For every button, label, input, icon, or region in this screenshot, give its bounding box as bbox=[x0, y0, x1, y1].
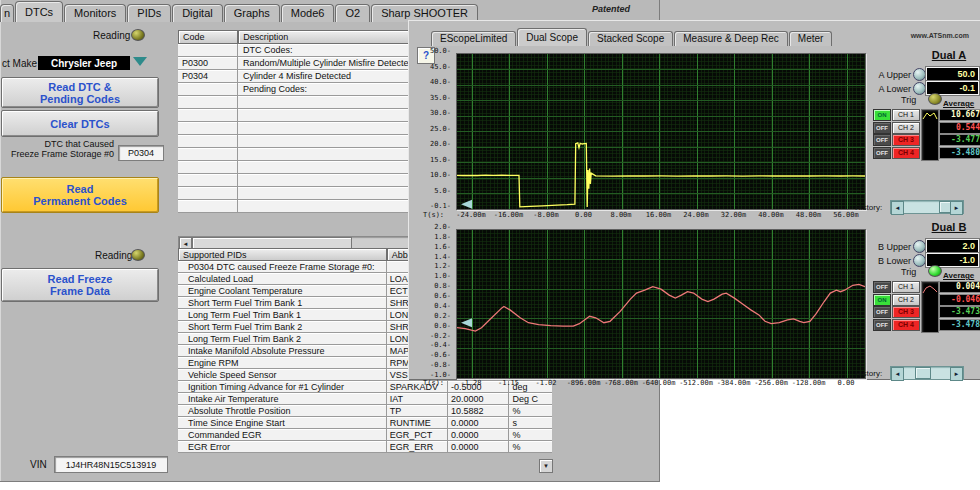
y-axis-tick-label: 0.8 bbox=[409, 282, 451, 290]
dual-a-title: Dual A bbox=[919, 49, 979, 61]
channel-average-2: -0.046 bbox=[939, 294, 980, 306]
make-label: ct Make bbox=[2, 58, 37, 69]
history-right-icon[interactable]: ► bbox=[950, 367, 963, 381]
scope-tab-dual-scope[interactable]: Dual Scope bbox=[517, 28, 587, 46]
a-lower-label: A Lower bbox=[849, 84, 911, 94]
pid-value-cell: 0.0000 bbox=[448, 441, 509, 452]
tab-mode6[interactable]: Mode6 bbox=[281, 4, 335, 22]
reading-led-1 bbox=[131, 29, 145, 41]
table-row[interactable]: Intake Air TemperatureIAT20.0000Deg C bbox=[178, 393, 552, 405]
channel-button-4[interactable]: CH 4 bbox=[892, 319, 920, 331]
history-thumb-b[interactable] bbox=[915, 367, 931, 379]
pid-value-cell: 20.0000 bbox=[448, 393, 509, 404]
history-scrollbar-a[interactable]: ◄ ► bbox=[890, 200, 964, 214]
trigger-slider-b[interactable] bbox=[921, 281, 939, 333]
time-axis-prefix-a: T(s): bbox=[423, 211, 444, 219]
trig-led-a bbox=[928, 93, 942, 105]
y-axis-tick-label: 50.0 bbox=[409, 47, 451, 55]
pid-abbr-cell: EGR_PCT bbox=[387, 429, 448, 440]
dtc-code-cell bbox=[178, 161, 238, 173]
channel-toggle-2[interactable]: ON bbox=[873, 294, 891, 306]
scope-tab-meter[interactable]: Meter bbox=[789, 31, 833, 46]
y-axis-tick-label: 0.0 bbox=[409, 322, 451, 330]
vehicle-make-select[interactable]: Chrysler Jeep bbox=[38, 56, 130, 70]
y-axis-tick-label: 35.0 bbox=[409, 94, 451, 102]
dual-a-scope bbox=[457, 54, 865, 209]
pid-name-cell: Calculated Load bbox=[178, 273, 387, 284]
pid-unit-cell: s bbox=[509, 417, 552, 428]
pid-unit-cell: % bbox=[509, 405, 552, 416]
tab-n[interactable]: n bbox=[0, 4, 14, 22]
freeze-cause-field[interactable]: P0304 bbox=[118, 145, 164, 161]
read-freeze-frame-button[interactable]: Read Freeze Frame Data bbox=[1, 268, 159, 302]
channel-button-2[interactable]: CH 2 bbox=[892, 122, 920, 134]
history-scrollbar-b[interactable]: ◄ ► bbox=[890, 366, 964, 380]
y-axis-tick-label: -0.8 bbox=[409, 361, 451, 369]
pid-value-cell: 0.0000 bbox=[448, 429, 509, 440]
tab-monitors[interactable]: Monitors bbox=[64, 4, 126, 22]
a-upper-knob[interactable] bbox=[913, 68, 926, 81]
scope-a-plot[interactable] bbox=[456, 53, 866, 210]
trigger-slider-a[interactable] bbox=[921, 109, 939, 161]
pid-name-cell: Short Term Fuel Trim Bank 2 bbox=[178, 321, 387, 332]
screen: nDTCsMonitorsPIDsDigitalGraphsMode6O2Sha… bbox=[0, 0, 980, 490]
b-upper-knob[interactable] bbox=[913, 240, 926, 253]
channel-toggle-2[interactable]: OFF bbox=[873, 122, 891, 134]
read-permanent-codes-button[interactable]: Read Permanent Codes bbox=[1, 177, 159, 213]
vin-field[interactable]: 1J4HR48N15C513919 bbox=[54, 456, 168, 473]
scope-tab-escopelimited[interactable]: EScopeLimited bbox=[431, 31, 516, 46]
channel-button-3[interactable]: CH 3 bbox=[892, 134, 920, 146]
channel-button-1[interactable]: CH 1 bbox=[892, 281, 920, 293]
history-left-icon[interactable]: ◄ bbox=[891, 367, 904, 381]
pid-value-cell: 10.5882 bbox=[448, 405, 509, 416]
y-axis-tick-label: -0.6 bbox=[409, 351, 451, 359]
channel-toggle-1[interactable]: OFF bbox=[873, 281, 891, 293]
dtc-code-cell bbox=[178, 109, 238, 121]
tab-graphs[interactable]: Graphs bbox=[224, 4, 280, 22]
y-axis-tick-label: 2.0 bbox=[409, 223, 451, 231]
channel-button-2[interactable]: CH 2 bbox=[892, 294, 920, 306]
scope-b-plot[interactable] bbox=[456, 229, 866, 379]
a-upper-value[interactable]: 50.0 bbox=[926, 67, 979, 81]
table-row[interactable]: Time Since Engine StartRUNTIME0.0000s bbox=[178, 417, 552, 429]
tab-digital[interactable]: Digital bbox=[172, 4, 223, 22]
channel-button-1[interactable]: CH 1 bbox=[892, 109, 920, 121]
tab-o2[interactable]: O2 bbox=[335, 4, 370, 22]
a-lower-knob[interactable] bbox=[913, 82, 926, 95]
clear-dtcs-button[interactable]: Clear DTCs bbox=[1, 110, 159, 137]
channel-toggle-4[interactable]: OFF bbox=[873, 319, 891, 331]
dtc-code-cell bbox=[178, 174, 238, 186]
b-lower-knob[interactable] bbox=[913, 254, 926, 267]
table-row[interactable]: Absolute Throttle PositionTP10.5882% bbox=[178, 405, 552, 417]
channel-toggle-3[interactable]: OFF bbox=[873, 306, 891, 318]
channel-button-3[interactable]: CH 3 bbox=[892, 306, 920, 318]
channel-toggle-4[interactable]: OFF bbox=[873, 147, 891, 159]
history-left-icon[interactable]: ◄ bbox=[891, 201, 904, 215]
pid-unit-cell: % bbox=[509, 429, 552, 440]
history-right-icon[interactable]: ► bbox=[950, 201, 963, 215]
channel-button-4[interactable]: CH 4 bbox=[892, 147, 920, 159]
dtc-col-code: Code bbox=[178, 30, 238, 44]
tab-dtcs[interactable]: DTCs bbox=[15, 1, 63, 22]
scroll-down-icon[interactable]: ▼ bbox=[539, 459, 553, 473]
read-dtc-button[interactable]: Read DTC & Pending Codes bbox=[1, 77, 159, 108]
dtc-code-cell bbox=[178, 200, 238, 212]
pid-value-cell: 0.0000 bbox=[448, 417, 509, 428]
trigger-arrow-icon[interactable] bbox=[461, 318, 472, 327]
pid-abbr-cell: IAT bbox=[387, 393, 448, 404]
table-row[interactable]: Commanded EGREGR_PCT0.0000% bbox=[178, 429, 552, 441]
scope-tab-stacked-scope[interactable]: Stacked Scope bbox=[588, 31, 673, 46]
y-axis-tick-label: 45.0 bbox=[409, 63, 451, 71]
channel-toggle-3[interactable]: OFF bbox=[873, 134, 891, 146]
trigger-arrow-icon[interactable] bbox=[461, 200, 472, 209]
b-upper-value[interactable]: 2.0 bbox=[926, 239, 979, 253]
channel-toggle-1[interactable]: ON bbox=[873, 109, 891, 121]
average-header-a: Average bbox=[943, 99, 974, 108]
patented-label: Patented bbox=[592, 4, 630, 14]
table-row[interactable]: EGR ErrorEGR_ERR0.0000% bbox=[178, 441, 552, 453]
scope-tab-measure-deep-rec[interactable]: Measure & Deep Rec bbox=[674, 31, 788, 46]
chevron-down-icon[interactable] bbox=[133, 57, 147, 66]
tab-pids[interactable]: PIDs bbox=[127, 4, 171, 22]
pid-name-cell: P0304 DTC caused Freeze Frame Storage #0… bbox=[178, 261, 387, 272]
pid-abbr-cell: RUNTIME bbox=[387, 417, 448, 428]
